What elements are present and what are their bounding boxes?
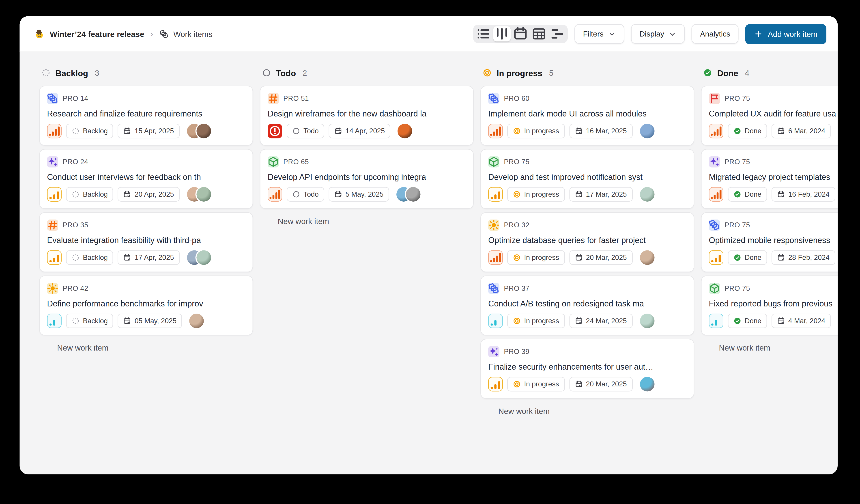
state-badge[interactable]: In progress	[507, 187, 564, 202]
priority-badge-medium[interactable]	[709, 250, 723, 265]
work-item-card[interactable]: PRO 65 Develop API endpoints for upcomin…	[260, 149, 474, 209]
add-card-icon[interactable]	[681, 68, 690, 77]
work-item-card[interactable]: PRO 32 Optimize database queries for fas…	[481, 212, 694, 272]
state-badge[interactable]: Done	[728, 314, 767, 328]
analytics-button[interactable]: Analytics	[691, 24, 739, 44]
avatar	[640, 250, 654, 265]
priority-badge-medium[interactable]	[488, 187, 503, 202]
due-date-badge[interactable]: 6 Mar, 2024	[772, 124, 831, 139]
work-item-id: PRO 35	[63, 221, 88, 229]
work-item-title: Define performance benchmarks for improv	[47, 299, 245, 308]
work-item-title: Develop and test improved notification s…	[488, 172, 686, 182]
new-work-item-button[interactable]: New work item	[701, 343, 837, 352]
work-item-card[interactable]: PRO 14 Research and finalize feature req…	[39, 86, 253, 146]
column-state-icon	[703, 68, 712, 77]
priority-badge-high[interactable]	[47, 124, 61, 139]
list-view-button[interactable]	[475, 26, 492, 42]
card-properties: In progress 17 Mar, 2025	[488, 187, 686, 202]
work-item-card[interactable]: PRO 39 Finalize security enhancements fo…	[481, 339, 694, 399]
display-button[interactable]: Display	[631, 24, 685, 44]
state-badge[interactable]: In progress	[507, 124, 564, 139]
breadcrumb-project-name[interactable]: Winter’24 feature release	[50, 29, 144, 38]
priority-badge-low[interactable]	[488, 314, 503, 328]
state-badge[interactable]: Backlog	[66, 187, 113, 202]
work-item-card[interactable]: PRO 75 Develop and test improved notific…	[481, 149, 694, 209]
work-item-card[interactable]: PRO 60 Implement dark mode UI across all…	[481, 86, 694, 146]
due-date-badge[interactable]: 14 Apr, 2025	[329, 124, 390, 139]
state-badge[interactable]: In progress	[507, 377, 564, 391]
timeline-view-button[interactable]	[549, 26, 567, 42]
state-badge[interactable]: In progress	[507, 314, 564, 328]
new-work-item-label: New work item	[278, 217, 329, 226]
due-date-badge[interactable]: 5 May, 2025	[329, 187, 389, 202]
priority-badge-urgent[interactable]	[268, 124, 282, 139]
sparkles-icon	[47, 156, 58, 168]
due-date-badge[interactable]: 20 Mar, 2025	[569, 250, 632, 265]
state-badge[interactable]: Done	[728, 187, 767, 202]
work-item-card[interactable]: PRO 75 Fixed reported bugs from previous…	[701, 275, 837, 335]
work-item-card[interactable]: PRO 24 Conduct user interviews for feedb…	[39, 149, 253, 209]
state-badge[interactable]: In progress	[507, 250, 564, 265]
state-badge[interactable]: Backlog	[66, 124, 113, 139]
table-view-button[interactable]	[530, 26, 548, 42]
priority-badge-high[interactable]	[268, 187, 282, 202]
new-work-item-button[interactable]: New work item	[481, 406, 694, 416]
state-icon	[72, 190, 80, 198]
state-badge[interactable]: Todo	[287, 187, 324, 202]
assignee-avatars	[398, 124, 412, 139]
work-item-card[interactable]: PRO 75 Optimized mobile responsiveness D…	[701, 212, 837, 272]
calendar-view-button[interactable]	[512, 26, 529, 42]
due-date-badge[interactable]: 17 Apr, 2025	[118, 250, 180, 265]
due-date-badge[interactable]: 20 Apr, 2025	[118, 187, 180, 202]
collapse-column-icon[interactable]	[219, 68, 228, 77]
work-item-card[interactable]: PRO 51 Design wireframes for the new das…	[260, 86, 474, 146]
work-item-title: Conduct user interviews for feedback on …	[47, 172, 245, 182]
state-badge[interactable]: Todo	[287, 124, 324, 139]
work-item-icon	[709, 219, 720, 231]
column-cards: PRO 60 Implement dark mode UI across all…	[481, 86, 694, 399]
add-card-icon[interactable]	[240, 68, 248, 77]
state-badge[interactable]: Backlog	[66, 314, 113, 328]
breadcrumb-section-label[interactable]: Work items	[173, 29, 212, 38]
due-date-badge[interactable]: 28 Feb, 2024	[772, 250, 835, 265]
priority-badge-high[interactable]	[488, 250, 503, 265]
work-item-card[interactable]: PRO 37 Conduct A/B testing on redesigned…	[481, 275, 694, 335]
state-badge[interactable]: Done	[728, 124, 767, 139]
state-badge[interactable]: Backlog	[66, 250, 113, 265]
board-view-button[interactable]	[493, 26, 511, 42]
new-work-item-button[interactable]: New work item	[39, 343, 253, 352]
work-item-card[interactable]: PRO 35 Evaluate integration feasibility …	[39, 212, 253, 272]
calendar-check-icon	[124, 190, 131, 198]
due-date-badge[interactable]: 20 Mar, 2025	[569, 377, 632, 391]
assignee-avatars	[189, 314, 204, 328]
priority-badge-low[interactable]	[47, 314, 61, 328]
collapse-column-icon[interactable]	[660, 68, 669, 77]
priority-badge-medium[interactable]	[47, 187, 61, 202]
due-date-badge[interactable]: 17 Mar, 2025	[569, 187, 632, 202]
work-item-card[interactable]: PRO 75 Migrated legacy project templates…	[701, 149, 837, 209]
priority-badge-medium[interactable]	[488, 377, 503, 391]
add-work-item-label: Add work item	[768, 29, 817, 38]
due-date-badge[interactable]: 24 Mar, 2025	[569, 314, 632, 328]
priority-badge-medium[interactable]	[47, 250, 61, 265]
work-item-card[interactable]: PRO 75 Completed UX audit for feature us…	[701, 86, 837, 146]
add-card-icon[interactable]	[460, 68, 469, 77]
priority-badge-high[interactable]	[709, 187, 723, 202]
priority-badge-low[interactable]	[709, 314, 723, 328]
calendar-check-icon	[777, 190, 785, 198]
due-date-badge[interactable]: 16 Mar, 2025	[569, 124, 632, 139]
collapse-column-icon[interactable]	[440, 68, 448, 77]
priority-badge-high[interactable]	[709, 124, 723, 139]
state-badge[interactable]: Done	[728, 250, 767, 265]
due-date-badge[interactable]: 15 Apr, 2025	[118, 124, 180, 139]
card-properties: In progress 24 Mar, 2025	[488, 314, 686, 328]
add-work-item-button[interactable]: Add work item	[745, 24, 827, 44]
due-date-badge[interactable]: 4 Mar, 2024	[772, 314, 831, 328]
state-icon	[292, 190, 300, 198]
work-item-card[interactable]: PRO 42 Define performance benchmarks for…	[39, 275, 253, 335]
due-date-badge[interactable]: 05 May, 2025	[118, 314, 182, 328]
new-work-item-button[interactable]: New work item	[260, 217, 474, 226]
filters-button[interactable]: Filters	[575, 24, 625, 44]
priority-badge-high[interactable]	[488, 124, 503, 139]
due-date-badge[interactable]: 16 Feb, 2024	[772, 187, 835, 202]
